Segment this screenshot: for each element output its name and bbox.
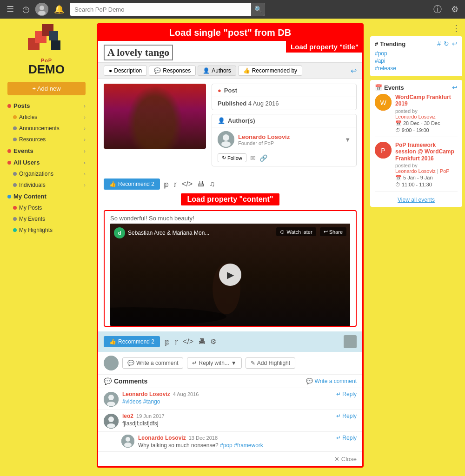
link-icon[interactable]: 🔗 bbox=[259, 154, 267, 162]
twitter-icon-bottom[interactable]: 𝕣 bbox=[174, 337, 178, 346]
event-name[interactable]: PoP framework session @ WordCamp Frankfu… bbox=[395, 142, 458, 162]
menu-icon[interactable]: ☰ bbox=[4, 2, 17, 16]
highlight-icon: ✎ bbox=[251, 360, 255, 366]
settings-icon-bottom[interactable]: ⚙ bbox=[210, 337, 216, 346]
code-icon[interactable]: </> bbox=[182, 180, 193, 188]
sidebar-announcements-label: Announcements bbox=[19, 125, 60, 132]
event-info: WordCamp Frankfurt 2019 posted by Leonar… bbox=[395, 94, 458, 133]
share-video-button[interactable]: ↩ Share bbox=[320, 227, 346, 236]
comments-title: 💬 Comments bbox=[104, 377, 147, 385]
bell-icon[interactable]: 🔔 bbox=[51, 2, 67, 16]
expand-author-icon[interactable]: ▼ bbox=[345, 136, 351, 143]
author-name[interactable]: Leonardo Losoviz bbox=[238, 133, 341, 140]
sidebar-item-individuals[interactable]: Individuals › bbox=[0, 179, 93, 191]
sidebar-item-resources[interactable]: Resources › bbox=[0, 134, 93, 145]
post-type-card: ● Post Published 4 Aug 2016 bbox=[212, 84, 357, 110]
tab-responses-label: Responses bbox=[163, 67, 191, 74]
bottom-recommend-button[interactable]: 👍 Recommend 2 bbox=[104, 336, 160, 347]
comment-content: leo2 19 Jun 2017 ↵ Reply fjlasdjf;dlsfjd… bbox=[122, 413, 357, 429]
sidebar-item-my-posts[interactable]: My Posts bbox=[0, 202, 93, 213]
add-highlight-label: Add Highlight bbox=[257, 360, 290, 366]
sidebar-item-articles[interactable]: Articles › bbox=[0, 112, 93, 123]
comment-tag: #tango bbox=[143, 398, 160, 405]
view-all-link[interactable]: View all events bbox=[398, 197, 435, 203]
events-share-icon[interactable]: ↩ bbox=[452, 84, 458, 91]
message-icon[interactable]: ✉ bbox=[250, 154, 256, 162]
settings-icon[interactable]: ⚙ bbox=[448, 2, 461, 16]
recommend-label: Recommend 2 bbox=[118, 181, 154, 187]
write-comment-link[interactable]: 💬 Write a comment bbox=[306, 378, 357, 384]
sidebar-item-events[interactable]: Events › bbox=[0, 145, 93, 157]
tab-recommended-by[interactable]: 👍 Recommended by bbox=[238, 66, 302, 76]
info-icon[interactable]: ⓘ bbox=[431, 2, 445, 17]
sidebar-item-my-highlights[interactable]: My Highlights bbox=[0, 225, 93, 236]
comment-meta: Leonardo Losoviz 4 Aug 2016 ↵ Reply bbox=[122, 391, 357, 397]
trending-tag-release[interactable]: #release bbox=[375, 65, 458, 72]
sidebar-item-my-content[interactable]: My Content bbox=[0, 191, 93, 202]
event-org-link[interactable]: PoP bbox=[440, 168, 450, 174]
sidebar-item-all-users[interactable]: All Users › bbox=[0, 157, 93, 168]
reply-with-button[interactable]: ↵ Reply with... ▼ bbox=[187, 357, 241, 369]
comment-date: 19 Jun 2017 bbox=[136, 413, 165, 419]
music-icon[interactable]: ♫ bbox=[209, 180, 215, 188]
facebook-icon[interactable]: 𝕡 bbox=[164, 180, 169, 189]
event-name[interactable]: WordCamp Frankfurt 2019 bbox=[395, 94, 458, 107]
comment-user-name[interactable]: leo2 bbox=[122, 413, 133, 419]
event-date-range: 28 Dec - 30 Dec bbox=[403, 120, 440, 126]
comment-action-buttons: 💬 Write a comment ↵ Reply with... ▼ ✎ Ad… bbox=[122, 357, 295, 369]
add-new-button[interactable]: + Add new bbox=[7, 82, 86, 95]
trending-refresh-icon[interactable]: ↻ bbox=[444, 40, 449, 47]
sidebar-item-organizations[interactable]: Organizations › bbox=[0, 168, 93, 179]
trending-section: # Trending # ↻ ↩ #pop #api #release bbox=[370, 36, 462, 76]
commenter-avatar bbox=[104, 356, 119, 370]
trending-tag-pop[interactable]: #pop bbox=[375, 50, 458, 57]
video-play-button[interactable]: ▶ bbox=[219, 264, 241, 286]
reply-button[interactable]: ↵ Reply bbox=[336, 413, 357, 419]
video-embed[interactable]: d Sebastian Arce & Mariana Mon... ⏲ Watc… bbox=[110, 224, 350, 326]
tab-responses[interactable]: 💬 Responses bbox=[149, 66, 196, 76]
history-icon[interactable]: ◷ bbox=[20, 2, 33, 16]
sidebar-item-announcements[interactable]: Announcements › bbox=[0, 123, 93, 134]
event-author-link[interactable]: Leonardo Losoviz bbox=[395, 168, 436, 174]
close-button[interactable]: ✕ Close bbox=[334, 456, 357, 463]
reply-button[interactable]: ↵ Reply bbox=[336, 391, 357, 397]
panel-options-button[interactable]: ⋮ bbox=[450, 22, 462, 34]
print-icon-bottom[interactable]: 🖶 bbox=[198, 337, 206, 346]
video-overlay-buttons: ⏲ Watch later ↩ Share bbox=[276, 227, 346, 236]
posted-by-text: posted by bbox=[395, 108, 418, 114]
add-highlight-button[interactable]: ✎ Add Highlight bbox=[246, 357, 295, 369]
svg-point-22 bbox=[124, 443, 132, 447]
trending-hash-icon[interactable]: # bbox=[437, 40, 441, 47]
author-info: Leonardo Losoviz Founder of PoP bbox=[234, 133, 345, 146]
sidebar-item-my-events[interactable]: My Events bbox=[0, 213, 93, 225]
facebook-icon-bottom[interactable]: 𝕡 bbox=[165, 337, 170, 346]
nested-comment-date: 13 Dec 2018 bbox=[189, 435, 218, 441]
event-posted-by: posted by Leonardo Losoviz | PoP bbox=[395, 163, 458, 174]
chevron-right-icon: › bbox=[84, 171, 86, 177]
follow-button[interactable]: ↻ Follow bbox=[218, 153, 246, 162]
trending-share-icon[interactable]: ↩ bbox=[452, 40, 458, 47]
code-icon-bottom[interactable]: </> bbox=[183, 337, 193, 346]
nested-comment-user-name[interactable]: Leonardo Losoviz bbox=[138, 435, 186, 441]
print-icon[interactable]: 🖶 bbox=[197, 180, 205, 188]
watch-later-button[interactable]: ⏲ Watch later bbox=[276, 227, 316, 236]
comment-user-name[interactable]: Leonardo Losoviz bbox=[122, 391, 170, 397]
user-avatar[interactable] bbox=[35, 3, 48, 16]
event-author-link[interactable]: Leonardo Losoviz bbox=[395, 114, 436, 119]
sidebar-item-posts[interactable]: Posts › bbox=[0, 100, 93, 112]
content-annotation-banner: Load property "content" bbox=[181, 193, 280, 205]
share-label: Share bbox=[329, 229, 343, 235]
nested-reply-button[interactable]: ↵ Reply bbox=[336, 435, 357, 441]
event-times: ⏱ 11:00 - 11:30 bbox=[395, 182, 458, 187]
tab-description[interactable]: ● Description bbox=[104, 66, 147, 76]
search-input[interactable] bbox=[70, 3, 265, 16]
clock-icon: ⏲ bbox=[280, 229, 285, 235]
twitter-icon[interactable]: 𝕣 bbox=[173, 180, 177, 189]
write-comment-button[interactable]: 💬 Write a comment bbox=[122, 357, 183, 369]
share-icon[interactable]: ↩ bbox=[351, 66, 357, 75]
tab-authors[interactable]: 👤 Authors bbox=[198, 66, 236, 76]
trending-tag-api[interactable]: #api bbox=[375, 58, 458, 64]
recommend-button[interactable]: 👍 Recommend 2 bbox=[104, 178, 160, 190]
search-button[interactable]: 🔍 bbox=[251, 3, 265, 16]
bullet-icon: ● bbox=[109, 67, 112, 74]
